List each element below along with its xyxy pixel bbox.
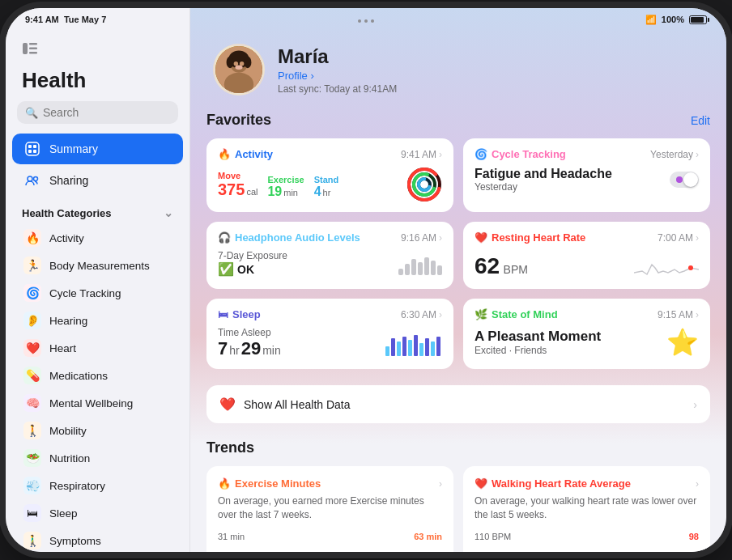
symptom-date: Yesterday xyxy=(475,181,612,193)
move-unit: cal xyxy=(246,187,257,197)
hearing-cat-icon: 👂 xyxy=(23,312,41,329)
heart-icon: ❤️ xyxy=(475,231,487,244)
sidebar-item-medications[interactable]: 💊 Medications xyxy=(12,362,183,389)
svg-rect-35 xyxy=(431,342,435,356)
svg-rect-1 xyxy=(29,43,37,45)
trends-header: Trends xyxy=(206,439,710,456)
activity-chevron: › xyxy=(439,149,442,160)
status-bar: 9:41 AM Tue May 7 📶 100% xyxy=(6,8,726,31)
meds-cat-label: Medications xyxy=(49,370,108,382)
exercise-label: Exercise xyxy=(267,175,304,185)
ok-badge: ✅ OK xyxy=(218,261,287,277)
battery-text: 100% xyxy=(662,15,684,24)
sidebar-item-respiratory[interactable]: 💨 Respiratory xyxy=(12,472,183,499)
svg-point-15 xyxy=(227,57,234,69)
headphone-card-title: 🎧 Headphone Audio Levels xyxy=(218,231,360,244)
ok-text: OK xyxy=(237,263,254,276)
cycle-toggle[interactable] xyxy=(670,172,699,188)
sidebar-item-summary[interactable]: Summary xyxy=(12,134,183,164)
sleep-chevron: › xyxy=(439,309,442,320)
profile-name: María xyxy=(278,45,397,68)
sharing-label: Sharing xyxy=(49,174,88,187)
activity-card[interactable]: 🔥 Activity 9:41 AM › Move xyxy=(206,138,453,212)
panel-toggle-icon[interactable] xyxy=(22,40,38,57)
sleep-hr-unit: hr xyxy=(229,344,239,357)
sidebar-item-mental-wellbeing[interactable]: 🧠 Mental Wellbeing xyxy=(12,389,183,417)
sleep-icon: 🛏 xyxy=(218,308,228,320)
walking-heart-baseline: 110 BPM xyxy=(475,532,511,541)
sleep-card[interactable]: 🛏 Sleep 6:30 AM › Time Asleep xyxy=(206,299,453,369)
stand-value: 4 xyxy=(314,185,321,199)
activity-card-time: 9:41 AM › xyxy=(401,149,442,160)
svg-rect-0 xyxy=(23,43,28,54)
svg-rect-34 xyxy=(425,338,429,356)
stand-unit: hr xyxy=(323,188,331,197)
moment-title: A Pleasant Moment xyxy=(475,329,601,345)
meds-cat-icon: 💊 xyxy=(23,367,41,384)
show-all-row[interactable]: ❤️ Show All Health Data › xyxy=(206,385,710,423)
svg-rect-30 xyxy=(402,337,406,356)
walking-heart-trend-header: ❤️ Walking Heart Rate Average › xyxy=(475,477,699,490)
trends-grid: 🔥 Exercise Minutes › On average, you ear… xyxy=(206,466,710,552)
state-of-mind-card[interactable]: 🌿 State of Mind 9:15 AM › A Pleasant Mom… xyxy=(463,299,710,369)
bpm-value: 62 xyxy=(475,253,500,278)
activity-card-title: 🔥 Activity xyxy=(218,148,273,160)
favorites-edit-button[interactable]: Edit xyxy=(691,114,710,127)
sleep-min-unit: min xyxy=(262,344,281,357)
walking-heart-chart: 110 BPM 98 xyxy=(475,532,699,552)
avatar[interactable] xyxy=(213,44,265,95)
star-icon: ⭐ xyxy=(666,327,699,358)
sidebar-item-sharing[interactable]: Sharing xyxy=(12,165,183,196)
walking-heart-icon: ❤️ xyxy=(475,477,487,490)
trends-title: Trends xyxy=(206,439,254,456)
profile-link[interactable]: Profile › xyxy=(278,70,397,82)
heart-rate-time: 7:00 AM › xyxy=(658,232,699,244)
svg-rect-5 xyxy=(28,145,32,148)
moment-sub: Excited · Friends xyxy=(475,345,601,356)
cycle-card-time: Yesterday › xyxy=(650,149,699,160)
categories-chevron[interactable]: ⌄ xyxy=(164,206,173,219)
sidebar-item-mobility[interactable]: 🚶 Mobility xyxy=(12,417,183,444)
sidebar-item-sleep[interactable]: 🛏 Sleep xyxy=(12,499,183,527)
respiratory-cat-icon: 💨 xyxy=(23,477,41,494)
sleep-hours-value: 7 xyxy=(218,338,228,359)
cycle-cat-label: Cycle Tracking xyxy=(49,287,121,299)
state-of-mind-data: A Pleasant Moment Excited · Friends xyxy=(475,329,601,356)
sidebar-item-cycle-tracking[interactable]: 🌀 Cycle Tracking xyxy=(12,279,183,307)
respiratory-cat-label: Respiratory xyxy=(49,480,105,492)
state-of-mind-time: 9:15 AM › xyxy=(658,309,699,320)
svg-rect-7 xyxy=(28,150,32,153)
symptom-name: Fatigue and Headache xyxy=(475,167,612,181)
sidebar-item-body-measurements[interactable]: 🏃 Body Measurements xyxy=(12,252,183,279)
body-cat-icon: 🏃 xyxy=(23,257,41,274)
exercise-trend-chart: 31 min 63 min xyxy=(218,532,442,552)
sidebar-item-symptoms[interactable]: 🚶‍♂️ Symptoms xyxy=(12,527,183,552)
svg-rect-27 xyxy=(385,346,389,356)
state-of-mind-title: 🌿 State of Mind xyxy=(475,308,558,320)
svg-point-16 xyxy=(244,57,251,69)
svg-rect-6 xyxy=(33,145,36,148)
walking-heart-trend-card[interactable]: ❤️ Walking Heart Rate Average › On avera… xyxy=(463,466,710,552)
headphone-card[interactable]: 🎧 Headphone Audio Levels 9:16 AM › 7-Day… xyxy=(206,222,453,289)
profile-sync: Last sync: Today at 9:41AM xyxy=(278,83,397,95)
cycle-tracking-card[interactable]: 🌀 Cycle Tracking Yesterday › Fatigue and… xyxy=(463,138,710,212)
cycle-chevron: › xyxy=(696,149,699,160)
state-of-mind-header: 🌿 State of Mind 9:15 AM › xyxy=(475,308,699,320)
sidebar-item-hearing[interactable]: 👂 Hearing xyxy=(12,307,183,334)
summary-label: Summary xyxy=(49,142,98,155)
mobility-cat-icon: 🚶 xyxy=(23,422,41,439)
status-indicators: 📶 100% xyxy=(645,15,707,25)
categories-header: Health Categories ⌄ xyxy=(6,197,189,224)
sidebar-item-activity[interactable]: 🔥 Activity xyxy=(12,224,183,252)
search-bar[interactable]: 🔍 🎤 xyxy=(17,101,178,124)
headphone-card-header: 🎧 Headphone Audio Levels 9:16 AM › xyxy=(218,231,442,244)
mental-cat-label: Mental Wellbeing xyxy=(49,397,133,409)
sidebar-item-heart[interactable]: ❤️ Heart xyxy=(12,334,183,362)
exercise-trend-card[interactable]: 🔥 Exercise Minutes › On average, you ear… xyxy=(206,466,453,552)
heart-rate-title: ❤️ Resting Heart Rate xyxy=(475,231,585,244)
show-all-label: Show All Health Data xyxy=(244,398,685,411)
heart-rate-card[interactable]: ❤️ Resting Heart Rate 7:00 AM › 62 BPM xyxy=(463,222,710,289)
search-input[interactable] xyxy=(43,106,185,119)
svg-point-13 xyxy=(224,73,253,95)
sidebar-item-nutrition[interactable]: 🥗 Nutrition xyxy=(12,444,183,472)
